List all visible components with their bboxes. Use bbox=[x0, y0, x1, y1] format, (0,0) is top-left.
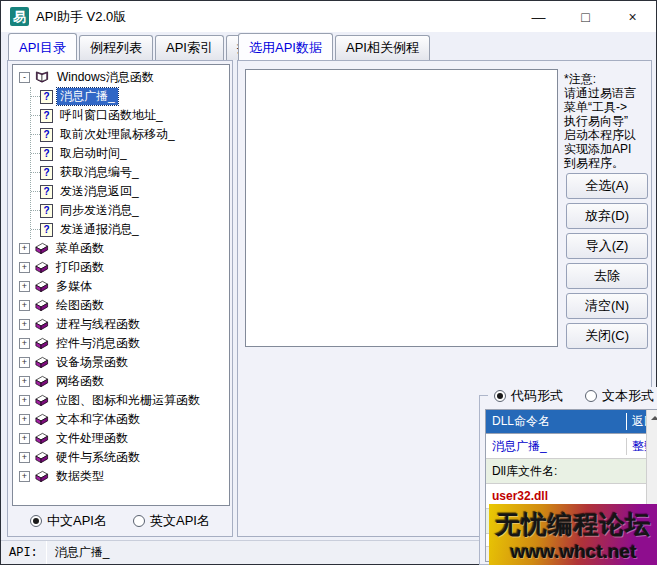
api-name-radio-label: 英文API名 bbox=[150, 512, 210, 530]
action-button[interactable]: 关闭(C) bbox=[566, 323, 648, 349]
expand-icon[interactable]: + bbox=[19, 357, 30, 368]
grid-cell: user32.dll bbox=[486, 489, 626, 503]
tree-item[interactable]: +控件与消息函数 bbox=[19, 334, 229, 353]
tree-item-label: 多媒体 bbox=[53, 278, 95, 295]
minimize-button[interactable]: — bbox=[515, 1, 562, 32]
format-radio[interactable]: 代码形式 bbox=[494, 387, 563, 405]
grid-cell: 消息广播_ bbox=[486, 438, 626, 455]
expand-icon[interactable]: + bbox=[19, 433, 30, 444]
tree-item-label: 数据类型 bbox=[53, 468, 107, 485]
collapse-icon[interactable]: - bbox=[19, 72, 30, 83]
closed-book-icon bbox=[34, 355, 49, 370]
data-tab[interactable]: 选用API数据 bbox=[238, 33, 333, 60]
tree-item[interactable]: +网络函数 bbox=[19, 372, 229, 391]
question-doc-icon: ? bbox=[40, 185, 53, 199]
closed-book-icon bbox=[34, 469, 49, 484]
tree-item[interactable]: ?获取消息编号_ bbox=[31, 163, 229, 182]
closed-book-icon bbox=[34, 374, 49, 389]
tree-item-label: 获取消息编号_ bbox=[57, 164, 142, 181]
format-radios: 代码形式文本形式 bbox=[488, 387, 657, 405]
tree-item[interactable]: ?呼叫窗口函数地址_ bbox=[31, 106, 229, 125]
app-icon: 易 bbox=[10, 7, 29, 26]
maximize-button[interactable]: □ bbox=[562, 1, 609, 32]
tree-item-label: 取启动时间_ bbox=[57, 145, 130, 162]
tree-item[interactable]: +位图、图标和光栅运算函数 bbox=[19, 391, 229, 410]
expand-icon[interactable]: + bbox=[19, 414, 30, 425]
expand-icon[interactable]: + bbox=[19, 262, 30, 273]
api-tree[interactable]: -Windows消息函数?消息广播_?呼叫窗口函数地址_?取前次处理鼠标移动_?… bbox=[12, 64, 230, 506]
question-doc-icon: ? bbox=[40, 109, 53, 123]
expand-icon[interactable]: + bbox=[19, 395, 30, 406]
catalog-tab[interactable]: API目录 bbox=[8, 33, 77, 60]
tree-item-label: 网络函数 bbox=[53, 373, 107, 390]
tree-item[interactable]: +菜单函数 bbox=[19, 239, 229, 258]
tree-item[interactable]: +设备场景函数 bbox=[19, 353, 229, 372]
expand-icon[interactable]: + bbox=[19, 319, 30, 330]
expand-icon[interactable]: + bbox=[19, 300, 30, 311]
tree-item[interactable]: +进程与线程函数 bbox=[19, 315, 229, 334]
selected-api-tab-page: *注意: 请通过易语言 菜单“工具-> 执行易向导” 启动本程序以 实现添加AP… bbox=[237, 60, 652, 537]
tree-item-label: 呼叫窗口函数地址_ bbox=[57, 107, 166, 124]
grid-section-row[interactable]: Dll库文件名: bbox=[486, 459, 646, 484]
grid-cell: 整数 bbox=[626, 438, 646, 455]
tree-item[interactable]: ?消息广播_ bbox=[31, 87, 229, 106]
action-button[interactable]: 放弃(D) bbox=[566, 203, 648, 229]
expand-icon[interactable]: + bbox=[19, 452, 30, 463]
tree-item-label: 打印函数 bbox=[53, 259, 107, 276]
tree-item[interactable]: +硬件与系统函数 bbox=[19, 448, 229, 467]
expand-icon[interactable]: + bbox=[19, 471, 30, 482]
api-name-radio[interactable]: 英文API名 bbox=[133, 512, 210, 530]
tree-item-label: 进程与线程函数 bbox=[53, 316, 143, 333]
action-button[interactable]: 去除 bbox=[566, 263, 648, 289]
window-title: API助手 V2.0版 bbox=[36, 8, 126, 26]
api-name-radio[interactable]: 中文API名 bbox=[30, 512, 107, 530]
tree-item[interactable]: +多媒体 bbox=[19, 277, 229, 296]
action-button[interactable]: 全选(A) bbox=[566, 173, 648, 199]
watermark-title: 无忧编程论坛 bbox=[496, 508, 652, 541]
tree-item[interactable]: ?同步发送消息_ bbox=[31, 201, 229, 220]
title-bar: 易 API助手 V2.0版 — □ × bbox=[1, 1, 656, 32]
tree-root-item[interactable]: -Windows消息函数 bbox=[19, 68, 229, 87]
close-button[interactable]: × bbox=[609, 1, 656, 32]
tree-item[interactable]: +文件处理函数 bbox=[19, 429, 229, 448]
tree-item[interactable]: ?发送消息返回_ bbox=[31, 182, 229, 201]
question-doc-icon: ? bbox=[40, 204, 53, 218]
format-radio-label: 代码形式 bbox=[511, 387, 563, 405]
expand-icon[interactable]: + bbox=[19, 338, 30, 349]
closed-book-icon bbox=[34, 393, 49, 408]
catalog-tab[interactable]: 例程列表 bbox=[79, 35, 153, 60]
tree-root-label: Windows消息函数 bbox=[54, 69, 157, 86]
tree-item[interactable]: +文本和字体函数 bbox=[19, 410, 229, 429]
tree-item[interactable]: ?取前次处理鼠标移动_ bbox=[31, 125, 229, 144]
tree-item[interactable]: ?取启动时间_ bbox=[31, 144, 229, 163]
expand-icon[interactable]: + bbox=[19, 281, 30, 292]
action-button[interactable]: 清空(N) bbox=[566, 293, 648, 319]
radio-icon bbox=[585, 390, 597, 402]
question-doc-icon: ? bbox=[40, 223, 53, 237]
scroll-up-icon[interactable] bbox=[647, 410, 657, 426]
catalog-tab[interactable]: API索引 bbox=[155, 35, 224, 60]
grid-cell: Dll库文件名: bbox=[486, 463, 626, 480]
radio-icon bbox=[30, 515, 42, 527]
expand-icon[interactable]: + bbox=[19, 376, 30, 387]
expand-icon[interactable]: + bbox=[19, 243, 30, 254]
tree-item-label: 文件处理函数 bbox=[53, 430, 131, 447]
grid-data-row[interactable]: 消息广播_整数 bbox=[486, 434, 646, 459]
tree-item[interactable]: +绘图函数 bbox=[19, 296, 229, 315]
data-tab[interactable]: API相关例程 bbox=[335, 35, 430, 60]
tree-item[interactable]: +数据类型 bbox=[19, 467, 229, 486]
client-area: API目录例程列表API索引搜索 -Windows消息函数?消息广播_?呼叫窗口… bbox=[1, 32, 656, 540]
tree-item-label: 控件与消息函数 bbox=[53, 335, 143, 352]
radio-icon bbox=[494, 390, 506, 402]
closed-book-icon bbox=[34, 431, 49, 446]
format-radio-label: 文本形式 bbox=[602, 387, 654, 405]
tree-item[interactable]: ?发送通报消息_ bbox=[31, 220, 229, 239]
selected-api-list[interactable] bbox=[245, 69, 558, 347]
format-radio[interactable]: 文本形式 bbox=[585, 387, 654, 405]
action-button[interactable]: 导入(Z) bbox=[566, 233, 648, 259]
tree-item-label: 同步发送消息_ bbox=[57, 202, 142, 219]
tree-item-label: 位图、图标和光栅运算函数 bbox=[53, 392, 203, 409]
tree-item[interactable]: +打印函数 bbox=[19, 258, 229, 277]
tree-item-label: 绘图函数 bbox=[53, 297, 107, 314]
api-catalog-tab-page: -Windows消息函数?消息广播_?呼叫窗口函数地址_?取前次处理鼠标移动_?… bbox=[7, 60, 233, 537]
